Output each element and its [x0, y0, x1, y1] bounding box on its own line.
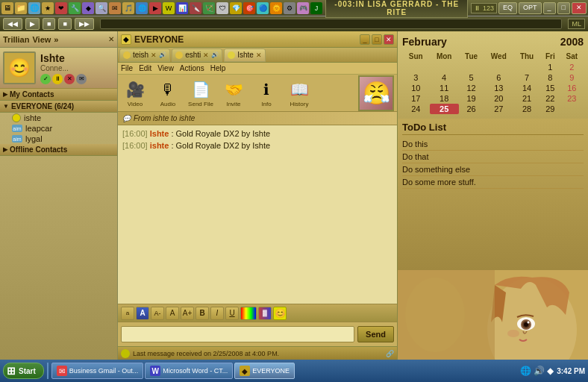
- todo-item-2[interactable]: Do something else: [402, 163, 584, 176]
- cal-day-15[interactable]: 15: [540, 83, 560, 93]
- chat-tab-eshti[interactable]: eshti ✕ 🔊: [172, 48, 222, 62]
- toolbar-icon-9[interactable]: ✉: [109, 2, 121, 14]
- chat-tab-teish[interactable]: teish ✕ 🔊: [119, 48, 170, 62]
- toolbar-icon-22[interactable]: ⚙: [284, 2, 295, 14]
- cal-day-23[interactable]: 23: [560, 93, 584, 104]
- close-left-btn[interactable]: ✕: [108, 35, 114, 43]
- toolbar-icon-1[interactable]: 🖥: [1, 2, 13, 14]
- toolbar-icon-3[interactable]: 🌐: [28, 2, 40, 14]
- toolbar-icon-24[interactable]: J: [310, 2, 322, 14]
- fmt-smiley[interactable]: 😊: [273, 307, 287, 320]
- cal-day-6[interactable]: 6: [484, 72, 513, 83]
- chat-close-btn[interactable]: ✕: [384, 34, 394, 45]
- fmt-font-large[interactable]: A: [136, 307, 149, 320]
- cal-day-11[interactable]: 11: [430, 83, 459, 93]
- toolbar-icon-21[interactable]: 🌞: [270, 2, 282, 14]
- toolbar-icon-5[interactable]: ❤: [55, 2, 67, 14]
- toolbar-icon-16[interactable]: 🏹: [203, 2, 215, 14]
- cal-day-8[interactable]: 8: [540, 72, 560, 83]
- nav-next-btn[interactable]: ▶: [25, 18, 40, 30]
- cal-day-18[interactable]: 18: [430, 93, 459, 104]
- nav-stop-btn[interactable]: ■: [58, 18, 71, 30]
- taskbar-app-word[interactable]: W Microsoft Word - CT...: [145, 363, 233, 379]
- close-btn-top[interactable]: ✕: [572, 2, 587, 14]
- chat-messages-area[interactable]: [16:00] Ishte : Gold Royale DX2 by Ishte…: [118, 125, 397, 304]
- min-btn-top[interactable]: _: [543, 2, 556, 14]
- contact-item-leapcar[interactable]: aim leapcar: [0, 123, 117, 134]
- cal-day-16[interactable]: 16: [560, 83, 584, 93]
- chat-minimize-btn[interactable]: _: [360, 34, 370, 45]
- cal-day-28[interactable]: 28: [513, 104, 540, 114]
- cal-day-26[interactable]: 26: [459, 104, 484, 114]
- max-btn-top[interactable]: □: [557, 2, 570, 14]
- fmt-font-normal[interactable]: A: [166, 307, 179, 320]
- cal-day-5[interactable]: 5: [459, 72, 484, 83]
- tool-audio[interactable]: 🎙 Audio: [154, 78, 182, 107]
- my-contacts-header[interactable]: ▶ My Contacts: [0, 89, 117, 101]
- fmt-bold[interactable]: B: [196, 307, 209, 320]
- start-button[interactable]: ⊞ Start: [3, 363, 44, 379]
- cal-day-1[interactable]: 1: [540, 62, 560, 72]
- view-menu-item[interactable]: View: [32, 35, 51, 44]
- offline-contacts-header[interactable]: ▶ Offline Contacts: [0, 144, 117, 156]
- cal-day-9[interactable]: 9: [560, 72, 584, 83]
- menu-actions[interactable]: Actions: [180, 64, 204, 72]
- toolbar-icon-23[interactable]: 🎮: [297, 2, 309, 14]
- fmt-color-picker[interactable]: [240, 307, 257, 320]
- menu-edit[interactable]: Edit: [139, 64, 151, 72]
- toolbar-icon-15[interactable]: 🔪: [190, 2, 201, 14]
- cal-day-2[interactable]: 2: [560, 62, 584, 72]
- toolbar-icon-17[interactable]: 🛡: [216, 2, 228, 14]
- toolbar-icon-12[interactable]: ▶: [149, 2, 161, 14]
- cal-day-12[interactable]: 12: [459, 83, 484, 93]
- fmt-bg-color[interactable]: ▓: [258, 307, 272, 320]
- cal-day-24[interactable]: 24: [402, 104, 430, 114]
- toolbar-icon-7[interactable]: ◆: [82, 2, 94, 14]
- chat-input-field[interactable]: [121, 326, 354, 342]
- cal-day-14[interactable]: 14: [513, 83, 540, 93]
- taskbar-app-everyone[interactable]: ◆ EVERYONE: [234, 363, 295, 379]
- tool-history[interactable]: 📖 History: [285, 78, 313, 107]
- tool-invite[interactable]: 🤝 Invite: [219, 78, 248, 107]
- send-button[interactable]: Send: [357, 326, 394, 342]
- tool-sendfile[interactable]: 📄 Send File: [187, 78, 215, 107]
- todo-item-1[interactable]: Do that: [402, 151, 584, 163]
- status-busy-btn[interactable]: ✕: [64, 74, 75, 84]
- toolbar-icon-20[interactable]: 🔵: [257, 2, 269, 14]
- tab-close-eshti[interactable]: ✕: [203, 51, 209, 59]
- toolbar-icon-10[interactable]: 🎵: [122, 2, 134, 14]
- fmt-font-small[interactable]: a: [121, 307, 134, 320]
- progress-bar[interactable]: [100, 19, 563, 29]
- nav-prev-btn[interactable]: ◀◀: [3, 18, 22, 30]
- toolbar-icon-6[interactable]: 🔧: [69, 2, 81, 14]
- cal-day-13[interactable]: 13: [484, 83, 513, 93]
- fmt-font-grow[interactable]: A+: [181, 307, 194, 320]
- chat-tab-ishte[interactable]: Ishte ✕: [224, 48, 266, 62]
- status-away-btn[interactable]: ⏸: [52, 74, 63, 84]
- toolbar-icon-19[interactable]: 🎯: [243, 2, 255, 14]
- toolbar-icon-14[interactable]: 📊: [176, 2, 188, 14]
- cal-day-27[interactable]: 27: [484, 104, 513, 114]
- opt-btn[interactable]: OPT: [519, 2, 542, 14]
- cal-day-17[interactable]: 17: [402, 93, 430, 104]
- status-online-btn[interactable]: ✓: [40, 74, 51, 84]
- cal-day-3[interactable]: 3: [402, 72, 430, 83]
- tab-close-teish[interactable]: ✕: [151, 51, 157, 59]
- menu-help[interactable]: Help: [210, 64, 226, 72]
- cal-day-29[interactable]: 29: [540, 104, 560, 114]
- cal-day-4[interactable]: 4: [430, 72, 459, 83]
- tab-close-ishte[interactable]: ✕: [256, 51, 262, 59]
- cal-day-22[interactable]: 22: [540, 93, 560, 104]
- contact-item-lygal[interactable]: aim lygal: [0, 134, 117, 144]
- fmt-underline[interactable]: U: [225, 307, 239, 320]
- todo-item-0[interactable]: Do this: [402, 138, 584, 151]
- contact-item-ishte[interactable]: ishte: [0, 113, 117, 123]
- menu-view[interactable]: View: [157, 64, 174, 72]
- fmt-font-shrink[interactable]: A-: [151, 307, 164, 320]
- cal-day-7[interactable]: 7: [513, 72, 540, 83]
- cal-day-20[interactable]: 20: [484, 93, 513, 104]
- nav-play-btn[interactable]: ▶▶: [75, 18, 94, 30]
- nav-skip-btn[interactable]: ■: [43, 18, 55, 30]
- toolbar-icon-8[interactable]: 🔍: [96, 2, 107, 14]
- todo-item-3[interactable]: Do some more stuff.: [402, 176, 584, 189]
